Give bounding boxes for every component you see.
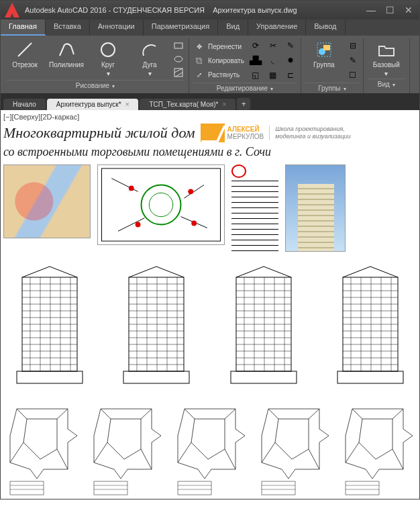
svg-line-120 xyxy=(309,449,319,469)
tool-copy[interactable]: ⿻ Копировать xyxy=(193,54,244,67)
tool-scale[interactable]: ◱ xyxy=(250,69,262,81)
ribbon-tab-annotations[interactable]: Аннотации xyxy=(90,19,144,36)
svg-line-126 xyxy=(392,409,403,419)
app-window: Autodesk AutoCAD 2016 - СТУДЕНЧЕСКАЯ ВЕР… xyxy=(0,0,420,499)
svg-rect-101 xyxy=(10,481,44,495)
tool-circle[interactable]: Круг ▾ xyxy=(89,40,127,77)
window-title: Autodesk AutoCAD 2016 - СТУДЕНЧЕСКАЯ ВЕР… xyxy=(25,6,359,14)
panel-label-modify[interactable]: Редактирование▾ xyxy=(193,83,297,92)
ribbon-tab-output[interactable]: Вывод xyxy=(306,19,345,36)
ribbon-tab-home[interactable]: Главная xyxy=(1,19,46,36)
app-name: Autodesk AutoCAD 2016 - СТУДЕНЧЕСКАЯ ВЕР… xyxy=(25,6,205,14)
tool-stretch[interactable]: ⤢ Растянуть xyxy=(193,68,244,81)
close-icon[interactable]: × xyxy=(125,101,129,108)
north-symbol-icon xyxy=(231,164,246,178)
school-caption: Школа проектирования, моделинга и визуал… xyxy=(269,126,351,140)
close-button[interactable]: ✕ xyxy=(402,5,415,15)
svg-point-3 xyxy=(174,56,182,62)
tool-polyline[interactable]: Полилиния xyxy=(48,40,85,68)
elevation-drawing xyxy=(324,264,417,385)
svg-point-14 xyxy=(136,222,141,228)
tool-array[interactable]: ▦ xyxy=(267,69,279,81)
tool-group[interactable]: Группа xyxy=(305,40,343,68)
elevation-drawing xyxy=(217,264,310,385)
sheet-header: Многоквартирный жилой дом АЛЕКСЕЙ МЕРКУЛ… xyxy=(3,124,417,142)
viewport-label[interactable]: [−][Сверху][2D-каркас] xyxy=(3,113,417,121)
floor-plan-drawing xyxy=(255,395,333,496)
ribbon-tab-manage[interactable]: Управление xyxy=(248,19,306,36)
minimize-button[interactable]: — xyxy=(364,5,378,15)
svg-rect-129 xyxy=(346,481,379,495)
tool-erase[interactable]: ✎ xyxy=(284,40,297,52)
doc-tab-start[interactable]: Начало xyxy=(3,99,46,110)
doc-tab-architecture[interactable]: Архитектура выпуск*× xyxy=(47,99,139,110)
panel-label-view[interactable]: Вид▾ xyxy=(368,79,405,88)
svg-line-106 xyxy=(141,449,152,469)
ribbon-tab-view[interactable]: Вид xyxy=(218,19,248,36)
svg-line-111 xyxy=(185,409,195,419)
svg-rect-57 xyxy=(231,371,297,383)
tool-hatch[interactable] xyxy=(172,66,185,79)
floor-plan-drawing xyxy=(3,395,81,496)
svg-rect-17 xyxy=(17,371,83,383)
svg-line-104 xyxy=(101,409,111,419)
elevations-row xyxy=(3,264,417,385)
tool-ungroup[interactable]: ⊟ xyxy=(347,40,359,52)
brand-logo: АЛЕКСЕЙ МЕРКУЛОВ xyxy=(201,124,264,142)
folder-icon xyxy=(376,40,397,60)
merkulov-logo-icon xyxy=(201,124,225,142)
tool-move[interactable]: ✥ Перенести xyxy=(193,40,244,53)
chevron-down-icon: ▾ xyxy=(270,86,273,92)
svg-point-15 xyxy=(191,221,197,226)
tool-base-view[interactable]: Базовый ▾ xyxy=(368,40,405,77)
tool-rectangle[interactable] xyxy=(172,40,185,52)
svg-point-10 xyxy=(142,185,181,225)
svg-line-107 xyxy=(94,442,107,463)
brand-name: АЛЕКСЕЙ МЕРКУЛОВ xyxy=(227,126,264,140)
master-plan-image xyxy=(97,164,225,245)
autocad-logo-icon xyxy=(5,3,19,17)
tool-explode[interactable]: ✹ xyxy=(284,54,297,66)
tool-line[interactable]: Отрезок xyxy=(6,40,44,68)
panel-label-draw[interactable]: Рисование▾ xyxy=(6,80,185,89)
ribbon-tab-insert[interactable]: Вставка xyxy=(46,19,90,36)
svg-rect-4 xyxy=(174,68,182,77)
tool-group-select[interactable]: ☐ xyxy=(347,69,359,81)
svg-line-6 xyxy=(176,73,182,77)
svg-line-97 xyxy=(17,409,27,419)
tool-rotate[interactable]: ⟳ xyxy=(250,40,262,52)
maximize-button[interactable]: ☐ xyxy=(383,5,397,15)
tool-trim[interactable]: ✂ xyxy=(267,40,279,52)
svg-line-100 xyxy=(10,442,23,463)
svg-line-99 xyxy=(57,449,68,469)
site-map-image xyxy=(3,164,91,238)
tool-mirror[interactable]: ▟▙ xyxy=(250,54,262,66)
tool-group-edit[interactable]: ✎ xyxy=(347,54,359,66)
chevron-down-icon: ▾ xyxy=(344,86,346,92)
document-tabs: Начало Архитектура выпуск*× ТСП_Тех.карт… xyxy=(1,94,419,110)
tool-polyline-label: Полилиния xyxy=(49,61,84,68)
chevron-down-icon: ▾ xyxy=(384,70,388,77)
close-icon[interactable]: × xyxy=(223,101,227,108)
group-icon xyxy=(314,40,334,60)
tool-ellipse[interactable] xyxy=(172,53,185,65)
tool-offset[interactable]: ⊏ xyxy=(284,69,297,81)
chevron-down-icon: ▾ xyxy=(148,70,152,77)
doc-tab-tsp[interactable]: ТСП_Тех.карта( Моя)*× xyxy=(140,99,235,110)
new-tab-button[interactable]: + xyxy=(237,98,250,110)
svg-rect-9 xyxy=(323,45,330,50)
titlebar: Autodesk AutoCAD 2016 - СТУДЕНЧЕСКАЯ ВЕР… xyxy=(1,1,419,19)
drawing-canvas[interactable]: [−][Сверху][2D-каркас] Многоквартирный ж… xyxy=(1,110,419,499)
drawing-subtitle: со встроенными торговыми помещениями в г… xyxy=(3,145,417,159)
ribbon-tab-parametric[interactable]: Параметризация xyxy=(144,19,218,36)
svg-line-5 xyxy=(174,68,182,73)
floor-plan-drawing xyxy=(87,395,165,496)
move-icon: ✥ xyxy=(193,40,205,52)
panel-label-group[interactable]: Группы▾ xyxy=(305,83,359,92)
tool-arc[interactable]: Дуга ▾ xyxy=(131,40,168,77)
svg-point-11 xyxy=(149,193,172,216)
tool-fillet[interactable]: ◟ xyxy=(267,54,279,66)
elevation-drawing xyxy=(3,264,96,385)
ribbon-panel-modify: ✥ Перенести ⿻ Копировать ⤢ Растянуть ⟳ ▟… xyxy=(189,38,301,93)
chevron-down-icon: ▾ xyxy=(112,83,115,89)
